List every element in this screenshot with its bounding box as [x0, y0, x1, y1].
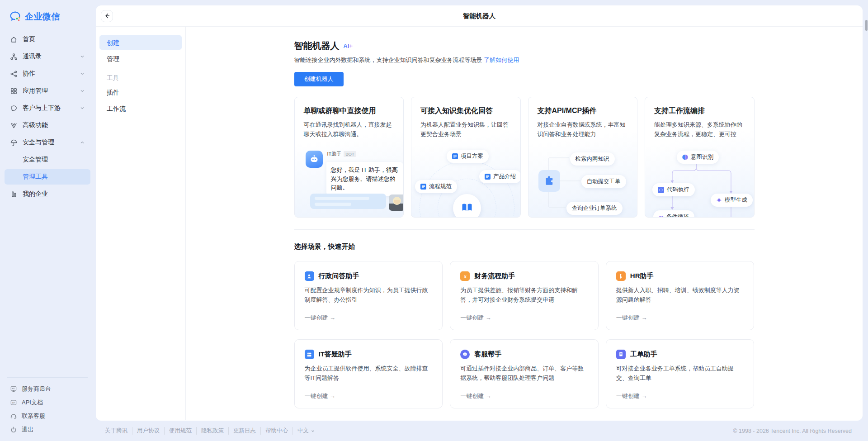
scenario-card-it-qa: IT答疑助手 为企业员工提供软件使用、系统安全、故障排查等IT问题解答 一键创建: [294, 339, 443, 408]
contacts-icon: [10, 53, 18, 61]
chevron-up-icon: [80, 140, 85, 145]
bot-badge: BOT: [344, 151, 356, 157]
plugin-tag: 查询企业订单系统: [566, 202, 623, 215]
plugin-tag: 自动提交工单: [581, 175, 626, 188]
knowledge-tag: 流程规范: [415, 180, 457, 193]
one-click-create-button[interactable]: 一键创建: [305, 392, 336, 400]
feature-card-workflow: 意图识别 代码执行 模型生成: [645, 97, 755, 218]
ticket-icon: [616, 350, 626, 359]
plugin-puzzle-icon: [538, 170, 560, 192]
scenario-title: 行政问答助手: [319, 272, 359, 280]
finance-icon: ¥: [460, 271, 470, 281]
one-click-create-button[interactable]: 一键创建: [460, 392, 491, 400]
security-icon: [10, 139, 18, 147]
feature-title: 支持API/MCP插件: [538, 106, 628, 116]
sidebar-item-api-docs[interactable]: API API文档: [5, 396, 90, 409]
user-avatar: [389, 194, 404, 211]
back-button[interactable]: [101, 10, 113, 22]
panel-header: 智能机器人: [96, 5, 863, 27]
bot-name: IT助手: [327, 151, 342, 157]
scenario-title: IT答疑助手: [319, 350, 352, 359]
model-star-icon: [716, 197, 722, 203]
sidebar-item-advanced[interactable]: 高级功能: [5, 118, 90, 133]
feature-cards: IT助手 BOT 您好，我是 IT 助手，很高兴为您服务。请描述您的问题。: [294, 97, 755, 218]
customer-service-icon: [460, 350, 470, 359]
scenario-card-ticket: 工单助手 可对接企业各业务工单系统，帮助员工自助提交、查询工单 一键创建: [606, 339, 755, 408]
scenario-card-admin-qa: 行政问答助手 可配置企业规章制度作为知识，为员工提供行政制度解答、办公指引 一键…: [294, 261, 443, 330]
feature-title: 支持工作流编排: [654, 106, 745, 116]
one-click-create-button[interactable]: 一键创建: [616, 392, 647, 400]
sidebar-item-apps[interactable]: 应用管理: [5, 83, 90, 99]
one-click-create-button[interactable]: 一键创建: [305, 314, 336, 322]
sidebar-item-contacts[interactable]: 通讯录: [5, 49, 90, 64]
sidebar-item-mgmt-tools[interactable]: 管理工具: [5, 169, 90, 185]
feature-desc: 能处理多知识来源、多系统协作的复杂业务流程，更稳定、更可控: [654, 120, 745, 139]
scenario-desc: 可对接企业各业务工单系统，帮助员工自助提交、查询工单: [616, 364, 744, 383]
footer-link-usage-rules[interactable]: 使用规范: [164, 427, 196, 435]
api-doc-icon: API: [10, 399, 17, 406]
code-icon: [658, 187, 664, 193]
sidebar-footer: 服务商后台 API API文档 联系客服 退出: [0, 377, 95, 441]
svg-text:¥: ¥: [464, 274, 467, 279]
ai-plus-badge: AI+: [344, 43, 353, 49]
sidebar-item-security-mgmt[interactable]: 安全管理: [5, 152, 90, 167]
one-click-create-button[interactable]: 一键创建: [460, 314, 491, 322]
scenario-desc: 为企业员工提供软件使用、系统安全、故障排查等IT问题解答: [305, 364, 433, 383]
advanced-icon: [10, 122, 18, 129]
plugin-tag: 检索内网知识: [570, 152, 615, 166]
sidebar-item-home[interactable]: 首页: [5, 32, 90, 47]
subnav-item-manage[interactable]: 管理: [99, 52, 182, 66]
create-robot-button[interactable]: 创建机器人: [294, 72, 344, 86]
workflow-node: 意图识别: [677, 151, 719, 164]
customers-icon: [10, 104, 18, 112]
feature-desc: 为机器人配置业务知识集，让回答更契合业务场景: [420, 120, 511, 139]
scenario-desc: 提供新人入职、招聘、培训、绩效制度等人力资源问题的解答: [616, 286, 744, 305]
app-logo-text: 企业微信: [25, 11, 60, 23]
subnav-item-create[interactable]: 创建: [99, 35, 182, 50]
footer-link-help-center[interactable]: 帮助中心: [260, 427, 292, 435]
back-arrow-icon: [104, 13, 110, 19]
language-selector[interactable]: 中文: [292, 427, 320, 435]
one-click-create-button[interactable]: 一键创建: [616, 314, 647, 322]
feature-card-chat: IT助手 BOT 您好，我是 IT 助手，很高兴为您服务。请描述您的问题。: [294, 97, 404, 218]
feature-card-plugins: 检索内网知识 自动提交工单 查询企业订单系统 支持API/MCP插件 对接企业自…: [528, 97, 638, 218]
sidebar-item-customers[interactable]: 客户与上下游: [5, 100, 90, 116]
hero-subtitle: 智能连接企业内外数据和系统，支持企业知识问答和复杂业务流程等场景: [294, 57, 482, 63]
provider-console-icon: [10, 385, 17, 393]
footer-link-privacy[interactable]: 隐私政策: [196, 427, 228, 435]
sidebar-item-support[interactable]: 联系客服: [5, 409, 90, 423]
feature-title: 单聊或群聊中直接使用: [304, 106, 395, 116]
footer-link-changelog[interactable]: 更新日志: [228, 427, 260, 435]
chevron-down-icon: [80, 54, 85, 59]
sidebar-item-collaboration[interactable]: 协作: [5, 66, 90, 81]
chevron-down-icon: [311, 429, 315, 433]
svg-text:API: API: [12, 402, 15, 404]
learn-how-link[interactable]: 了解如何使用: [484, 57, 519, 63]
it-icon: [305, 350, 314, 359]
scenario-card-hr: HR助手 提供新人入职、招聘、培训、绩效制度等人力资源问题的解答 一键创建: [606, 261, 755, 330]
footer-link-user-agreement[interactable]: 用户协议: [132, 427, 164, 435]
logout-icon: [10, 426, 17, 433]
bot-avatar-icon: [306, 151, 323, 168]
apps-icon: [10, 87, 18, 95]
scenario-grid: 行政问答助手 可配置企业规章制度作为知识，为员工提供行政制度解答、办公指引 一键…: [294, 261, 755, 408]
collaboration-icon: [10, 70, 18, 78]
footer-link-about[interactable]: 关于腾讯: [100, 427, 132, 435]
sidebar-nav: 首页 通讯录 协作 应用管理 客户与上下游: [0, 30, 95, 204]
sidebar-item-my-company[interactable]: 我的企业: [5, 186, 90, 202]
workflow-node: 代码执行: [652, 183, 695, 196]
subnav-item-workflow[interactable]: 工作流: [99, 101, 182, 116]
knowledge-tag: 产品介绍: [479, 170, 521, 183]
home-icon: [10, 36, 18, 43]
sidebar-item-provider-console[interactable]: 服务商后台: [5, 382, 90, 396]
subnav-item-plugins[interactable]: 插件: [99, 85, 182, 100]
scrollbar-thumb[interactable]: [865, 20, 868, 31]
admin-qa-icon: [305, 271, 314, 281]
sidebar-item-security[interactable]: 安全与管理: [5, 135, 90, 150]
feature-card-knowledge: 项目方案 产品介绍 流程规范: [411, 97, 521, 218]
scenario-section-title: 选择场景，快速开始: [294, 242, 755, 251]
page: 企业微信 首页 通讯录 协作 应用管理: [0, 0, 868, 441]
divider: [7, 377, 88, 378]
user-message-bubble: [310, 194, 386, 209]
sidebar-item-logout[interactable]: 退出: [5, 423, 90, 436]
